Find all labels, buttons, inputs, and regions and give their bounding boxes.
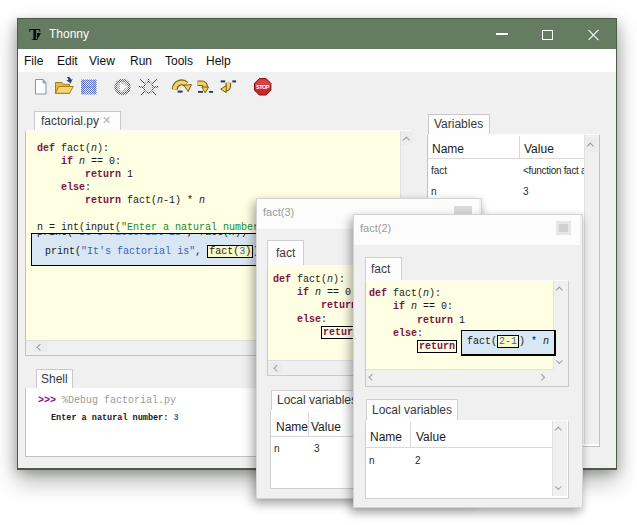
svg-text:STOP: STOP <box>256 84 270 90</box>
